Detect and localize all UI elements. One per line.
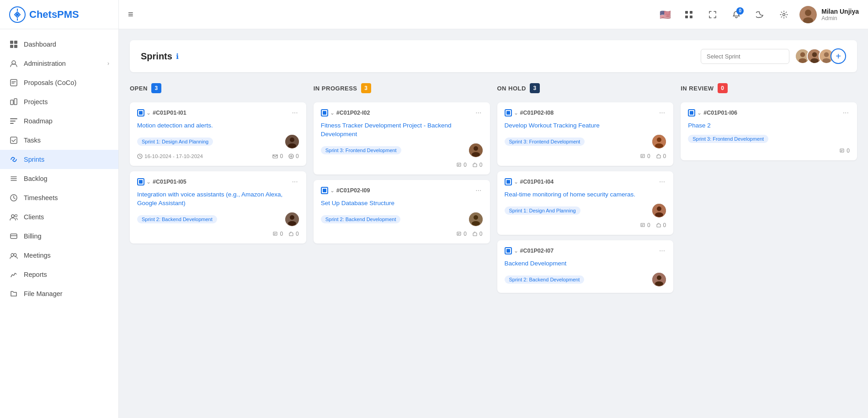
card-title[interactable]: Phase 2 [688, 122, 850, 130]
sidebar-item-backlog[interactable]: Backlog [0, 169, 118, 188]
settings-icon[interactable] [776, 6, 792, 23]
language-flag-icon[interactable]: 🇺🇸 [657, 6, 673, 23]
sidebar-item-clients[interactable]: Clients [0, 207, 118, 227]
card-title[interactable]: Motion detection and alerts. [137, 122, 299, 130]
sidebar-item-roadmap[interactable]: Roadmap [0, 111, 118, 131]
billing-icon [9, 232, 18, 241]
page-header: Sprints ℹ + [130, 40, 857, 72]
card-checkbox[interactable] [688, 109, 695, 116]
card-collapse-icon[interactable]: ⌄ [514, 110, 518, 116]
add-avatar-button[interactable]: + [831, 48, 846, 64]
card-assignee-avatar [652, 204, 666, 217]
card-checkbox[interactable] [505, 178, 512, 185]
card-id: #C01P01-I06 [703, 110, 737, 116]
card-checkbox[interactable] [505, 247, 512, 254]
svg-rect-18 [690, 11, 692, 14]
card-c01p01-i06[interactable]: ⌄ #C01P01-I06 ··· Phase 2 Sprint 3: Fron… [681, 102, 857, 160]
card-menu-button[interactable]: ··· [658, 247, 666, 255]
projects-icon [9, 97, 18, 106]
fullscreen-icon[interactable] [704, 6, 721, 23]
card-checkbox[interactable] [505, 109, 512, 116]
card-menu-button[interactable]: ··· [291, 109, 298, 117]
card-title[interactable]: Fitness Tracker Development Project - Ba… [321, 122, 483, 139]
card-menu-button[interactable]: ··· [474, 186, 482, 195]
card-collapse-icon[interactable]: ⌄ [146, 110, 151, 116]
svg-point-35 [290, 138, 294, 142]
card-checkbox[interactable] [137, 109, 144, 116]
sidebar-item-projects[interactable]: Projects [0, 92, 118, 111]
sidebar-item-meetings[interactable]: Meetings [0, 246, 118, 265]
topbar: ≡ 🇺🇸 0 [119, 0, 868, 29]
column-badge-in-progress: 3 [361, 83, 371, 93]
svg-point-52 [657, 206, 661, 211]
column-in-progress: IN PROGRESS 3 ⌄ #C01P02-I02 ··· Fitness … [314, 81, 490, 355]
card-id: #C01P02-I08 [520, 110, 554, 116]
card-menu-button[interactable]: ··· [842, 109, 850, 117]
sprint-tag: Sprint 1: Design And Planning [137, 138, 213, 146]
sidebar-item-tasks[interactable]: Tasks [0, 131, 118, 150]
card-c01p02-i07[interactable]: ⌄ #C01P02-I07 ··· Backend Development Sp… [497, 240, 674, 293]
sidebar-item-reports[interactable]: Reports [0, 265, 118, 284]
svg-point-53 [655, 212, 663, 217]
dark-mode-icon[interactable] [752, 6, 768, 23]
card-meta: 0 0 [272, 153, 298, 159]
sidebar-item-administration[interactable]: Administration › [0, 54, 118, 73]
svg-point-36 [288, 143, 296, 148]
card-collapse-icon[interactable]: ⌄ [146, 179, 151, 185]
sidebar-item-billing[interactable]: Billing [0, 227, 118, 246]
card-menu-button[interactable]: ··· [658, 109, 666, 117]
hamburger-button[interactable]: ≡ [128, 9, 133, 19]
sidebar-label-roadmap: Roadmap [24, 117, 53, 125]
sidebar-label-reports: Reports [24, 271, 47, 278]
sidebar-item-sprints[interactable]: Sprints [0, 150, 118, 169]
avatar-group: + [795, 48, 846, 64]
sidebar-item-dashboard[interactable]: Dashboard [0, 35, 118, 54]
proposals-icon [9, 78, 18, 87]
card-collapse-icon[interactable]: ⌄ [697, 110, 702, 116]
card-title[interactable]: Backend Development [505, 259, 666, 268]
card-c01p01-i01[interactable]: ⌄ #C01P01-I01 ··· Motion detection and a… [130, 102, 306, 166]
card-c01p02-i08[interactable]: ⌄ #C01P02-I08 ··· Develop Workout Tracki… [497, 102, 674, 166]
sprints-icon [9, 155, 18, 164]
card-title[interactable]: Set Up Database Structure [321, 199, 483, 208]
tasks-icon [9, 136, 18, 145]
card-checkbox[interactable] [137, 178, 144, 185]
card-collapse-icon[interactable]: ⌄ [514, 179, 518, 185]
logo-icon [9, 6, 26, 23]
card-menu-button[interactable]: ··· [474, 109, 482, 117]
sidebar-label-backlog: Backlog [24, 175, 48, 182]
column-badge-in-review: 0 [718, 83, 728, 93]
user-info: Milan Unjiya Admin [821, 8, 859, 21]
card-c01p02-i09[interactable]: ⌄ #C01P02-I09 ··· Set Up Database Struct… [314, 180, 490, 243]
card-checkbox[interactable] [321, 187, 328, 194]
card-checkbox[interactable] [321, 109, 328, 116]
sidebar-item-proposals[interactable]: Proposals (CoCo) [0, 73, 118, 92]
svg-point-27 [799, 58, 807, 63]
card-title[interactable]: Real-time monitoring of home security ca… [505, 190, 666, 199]
card-menu-button[interactable]: ··· [658, 178, 666, 186]
card-c01p01-i05[interactable]: ⌄ #C01P01-I05 ··· Integration with voice… [130, 171, 306, 243]
sprint-select-input[interactable] [701, 49, 789, 64]
card-c01p02-i02[interactable]: ⌄ #C01P02-I02 ··· Fitness Tracker Develo… [314, 102, 490, 175]
grid-view-icon[interactable] [681, 6, 697, 23]
card-title[interactable]: Develop Workout Tracking Feature [505, 122, 666, 130]
svg-point-50 [655, 143, 663, 148]
card-assignee-avatar [469, 143, 483, 157]
card-title[interactable]: Integration with voice assistants (e.g.,… [137, 190, 299, 208]
user-role: Admin [821, 15, 859, 21]
notification-bell[interactable]: 0 [728, 6, 745, 23]
card-c01p01-i04[interactable]: ⌄ #C01P01-I04 ··· Real-time monitoring o… [497, 171, 674, 235]
svg-point-41 [288, 221, 296, 226]
svg-point-12 [11, 215, 14, 217]
sidebar-item-file-manager[interactable]: File Manager [0, 284, 118, 303]
card-collapse-icon[interactable]: ⌄ [514, 248, 518, 254]
card-menu-button[interactable]: ··· [291, 178, 298, 186]
user-profile[interactable]: Milan Unjiya Admin [799, 6, 859, 23]
sidebar-item-timesheets[interactable]: Timesheets [0, 188, 118, 207]
card-collapse-icon[interactable]: ⌄ [330, 110, 335, 116]
sprint-tag: Sprint 2: Backend Development [505, 275, 585, 284]
info-icon[interactable]: ℹ [176, 52, 179, 61]
sidebar-label-sprints: Sprints [24, 156, 44, 163]
card-collapse-icon[interactable]: ⌄ [330, 187, 335, 194]
svg-point-30 [810, 58, 819, 63]
